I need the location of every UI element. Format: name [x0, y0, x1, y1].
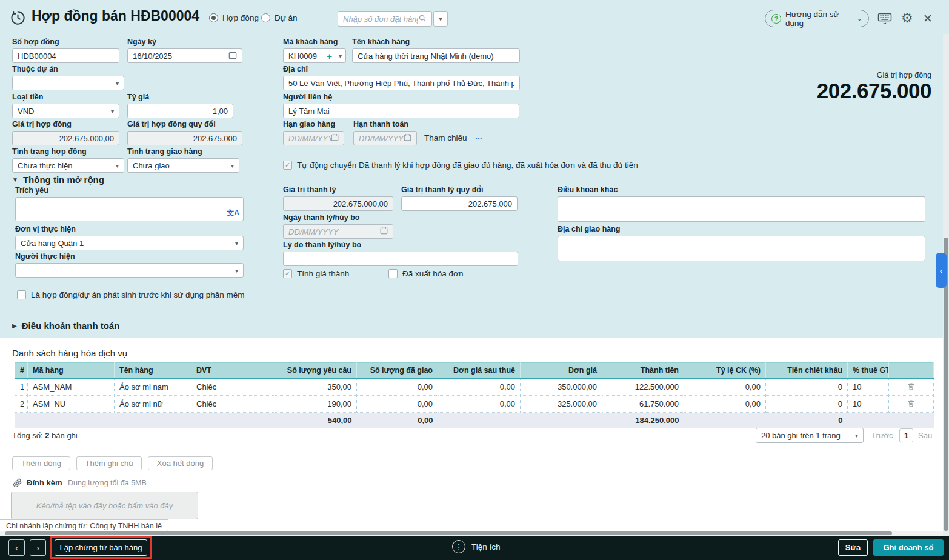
cell-don-gia-sau-thue[interactable]: 0,00: [438, 396, 521, 413]
da-xuat-hoa-don-checkbox[interactable]: [388, 269, 398, 278]
thuoc-du-an-select[interactable]: ▾: [12, 76, 124, 90]
pre-software-checkbox-row[interactable]: Là hợp đồng/dự án phát sinh trước khi sử…: [17, 290, 245, 299]
cell-sl-da-giao[interactable]: 0,00: [357, 396, 438, 413]
delete-all-rows-button[interactable]: Xóa hết dòng: [148, 456, 213, 470]
ma-khach-hang-dropdown[interactable]: ▾: [335, 49, 345, 62]
order-search-input[interactable]: Nhập số đơn đặt hàng: [338, 11, 432, 27]
utilities-button[interactable]: ⋮ Tiện ích: [452, 540, 501, 553]
calendar-icon[interactable]: [331, 133, 339, 143]
add-note-button[interactable]: Thêm ghi chú: [76, 456, 142, 470]
cell-tien-chiet-khau[interactable]: 0: [766, 396, 848, 413]
save-revenue-button[interactable]: Ghi doanh số: [873, 539, 944, 556]
cell-sl-yeu-cau[interactable]: 350,00: [275, 378, 357, 396]
ngay-ky-input[interactable]: 16/10/2025: [127, 48, 242, 63]
cell-don-gia-sau-thue[interactable]: 0,00: [438, 378, 521, 396]
search-icon[interactable]: [418, 14, 427, 24]
cell-sl-yeu-cau[interactable]: 190,00: [275, 396, 357, 413]
calendar-icon[interactable]: [380, 227, 388, 236]
add-customer-icon[interactable]: +: [327, 51, 332, 61]
cell-tien-chiet-khau[interactable]: 0: [766, 378, 848, 396]
so-hop-dong-input[interactable]: HĐB00004: [12, 48, 119, 63]
help-button[interactable]: ? Hướng dẫn sử dụng ⌄: [765, 10, 869, 27]
tinh-trang-giao-hang-select[interactable]: Chưa giao▾: [127, 158, 239, 173]
translate-icon[interactable]: 文A: [227, 208, 239, 218]
prev-page-button[interactable]: Trước: [871, 431, 893, 440]
prev-record-button[interactable]: ‹: [8, 539, 25, 556]
chevron-down-icon: ▾: [231, 162, 234, 169]
cell-thanh-tien[interactable]: 122.500.000: [602, 378, 684, 396]
cell-thue-gtgt[interactable]: 10: [848, 396, 889, 413]
calendar-icon[interactable]: [228, 51, 237, 61]
nguoi-lien-he-input[interactable]: Lý Tâm Mai: [283, 104, 519, 118]
current-page-box[interactable]: 1: [899, 428, 913, 442]
keyboard-icon[interactable]: [877, 13, 892, 27]
ty-gia-input[interactable]: 1,00: [127, 104, 233, 118]
cell-dvt[interactable]: Chiếc: [191, 378, 275, 396]
cell-ten-hang[interactable]: Áo sơ mi nam: [115, 378, 191, 396]
cell-ten-hang[interactable]: Áo sơ mi nữ: [115, 396, 191, 413]
tinh-gia-thanh-checkbox[interactable]: ✓: [283, 269, 292, 278]
cell-don-gia[interactable]: 325.000,00: [521, 396, 602, 413]
radio-project[interactable]: Dự án: [261, 13, 298, 22]
col-ty-le-ck: Tỷ lệ CK (%): [684, 363, 766, 379]
contract-value-label: Giá trị hợp đồng: [877, 71, 931, 79]
cell-ma-hang[interactable]: ASM_NAM: [28, 378, 115, 396]
branch-status: Chi nhánh lập chứng từ: Công ty TNHH bán…: [0, 519, 168, 532]
calendar-icon[interactable]: [404, 133, 411, 143]
tinh-gia-thanh-checkbox-row[interactable]: ✓ Tính giá thành: [283, 269, 349, 278]
delete-row-icon[interactable]: [907, 401, 916, 410]
horizontal-scrollbar-thumb[interactable]: [5, 531, 892, 535]
cell-ty-le-ck[interactable]: 0,00: [684, 378, 766, 396]
page-size-select[interactable]: 20 bản ghi trên 1 trang ▾: [756, 428, 864, 443]
ngay-thanh-ly-input[interactable]: DD/MM/YYYY: [283, 224, 393, 239]
tinh-trang-hop-dong-select[interactable]: Chưa thực hiện▾: [12, 158, 124, 173]
gia-tri-hop-dong-input[interactable]: 202.675.000,00: [12, 131, 119, 145]
history-icon[interactable]: [10, 10, 26, 28]
field-label: Số hợp đồng: [12, 38, 119, 46]
don-vi-thuc-hien-select[interactable]: Cửa hàng Quận 1▾: [15, 236, 244, 250]
utilities-label: Tiện ích: [471, 542, 501, 552]
add-row-button[interactable]: Thêm dòng: [12, 456, 70, 470]
dieu-khoan-khac-textarea[interactable]: [558, 196, 925, 222]
ly-do-thanh-ly-input[interactable]: [283, 252, 518, 266]
table-row[interactable]: 1 ASM_NAM Áo sơ mi nam Chiếc 350,00 0,00…: [15, 378, 934, 396]
next-record-button[interactable]: ›: [30, 539, 46, 556]
radio-project-dot[interactable]: [261, 13, 270, 22]
radio-contract-dot[interactable]: [209, 13, 218, 22]
auto-thanh-ly-checkbox-row[interactable]: ✓ Tự động chuyển Đã thanh lý khi hợp đồn…: [283, 161, 638, 170]
dia-chi-input[interactable]: 50 Lê Văn Việt, Phường Hiệp Phú, Thành p…: [283, 76, 520, 90]
attachment-dropzone[interactable]: Kéo/thả tệp vào đây hoặc bấm vào đây: [11, 492, 198, 519]
auto-thanh-ly-checkbox[interactable]: ✓: [283, 161, 292, 170]
gear-icon[interactable]: ⚙: [901, 10, 913, 26]
cell-don-gia[interactable]: 350.000,00: [521, 378, 602, 396]
order-search-dropdown[interactable]: ▾: [433, 11, 448, 27]
radio-contract[interactable]: Hợp đồng: [209, 13, 259, 22]
collapse-panel-handle[interactable]: ‹: [936, 253, 947, 288]
cell-ty-le-ck[interactable]: 0,00: [684, 396, 766, 413]
loai-tien-select[interactable]: VND▾: [12, 104, 119, 118]
extended-section-header[interactable]: ▼ Thông tin mở rộng: [12, 175, 104, 185]
field-label: Lý do thanh lý/hủy bỏ: [283, 241, 518, 249]
cell-sl-da-giao[interactable]: 0,00: [357, 378, 438, 396]
ten-khach-hang-input[interactable]: Cửa hàng thời trang Nhật Minh (demo): [352, 48, 520, 63]
cell-dvt[interactable]: Chiếc: [191, 396, 275, 413]
payment-terms-header[interactable]: ▶ Điều khoản thanh toán: [12, 321, 119, 331]
tham-chieu-link[interactable]: ...: [475, 132, 482, 141]
trich-yeu-textarea[interactable]: 文A: [15, 197, 244, 221]
nguoi-thuc-hien-select[interactable]: ▾: [15, 263, 244, 278]
close-icon[interactable]: ✕: [923, 12, 933, 25]
cell-thanh-tien[interactable]: 61.750.000: [602, 396, 684, 413]
da-xuat-hoa-don-checkbox-row[interactable]: Đã xuất hóa đơn: [388, 269, 463, 278]
pre-software-checkbox[interactable]: [17, 290, 26, 299]
han-giao-hang-input[interactable]: DD/MM/YYYY: [283, 131, 344, 145]
ma-khach-hang-input[interactable]: KH0009 + ▾: [283, 48, 346, 63]
han-thanh-toan-input[interactable]: DD/MM/YYYY: [353, 131, 417, 145]
cell-thue-gtgt[interactable]: 10: [848, 378, 889, 396]
next-page-button[interactable]: Sau: [918, 431, 932, 440]
table-row[interactable]: 2 ASM_NU Áo sơ mi nữ Chiếc 190,00 0,00 0…: [15, 396, 934, 413]
dia-chi-giao-hang-textarea[interactable]: [558, 236, 925, 261]
cell-ma-hang[interactable]: ASM_NU: [28, 396, 115, 413]
edit-button[interactable]: Sửa: [838, 539, 868, 556]
gia-tri-thanh-ly-input[interactable]: 202.675.000,00: [283, 196, 393, 211]
delete-row-icon[interactable]: [907, 384, 916, 393]
